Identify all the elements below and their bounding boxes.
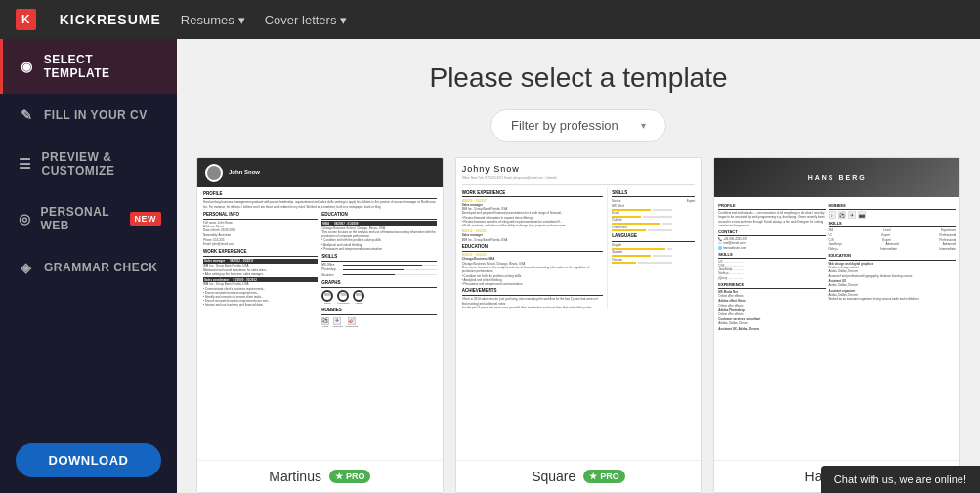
download-section: DOWNLOAD [16, 443, 161, 477]
main-layout: ◉ SELECT TEMPLATE ✎ FILL IN YOUR CV ☰ PR… [0, 39, 980, 493]
chat-bubble[interactable]: Chat with us, we are online! [821, 466, 980, 493]
content-wrapper: Please select a template Filter by profe… [177, 39, 980, 493]
eye-icon: ◈ [19, 260, 34, 275]
list-icon: ☰ [19, 156, 32, 172]
template-preview-hans: HANS BERG PROFILE Confident and enthusia… [714, 158, 959, 460]
page-title: Please select a template [177, 62, 980, 94]
globe-icon: ◎ [19, 211, 31, 226]
circle-icon: ◉ [19, 59, 34, 74]
template-card-martinus[interactable]: John Snow PROFILE Hard working business … [196, 157, 444, 493]
template-footer-martinus: Martinus ★ PRO [197, 460, 443, 492]
template-name: Square [532, 469, 575, 484]
sidebar-item-preview-customize[interactable]: ☰ PREVIEW & CUSTOMIZE [0, 137, 177, 191]
download-button[interactable]: DOWNLOAD [16, 443, 161, 477]
template-name: Martinus [269, 469, 321, 484]
pro-badge: ★ PRO [583, 470, 625, 483]
chevron-down-icon: ▾ [238, 13, 245, 27]
templates-grid: John Snow PROFILE Hard working business … [177, 157, 980, 493]
avatar [205, 164, 223, 182]
template-card-hans[interactable]: HANS BERG PROFILE Confident and enthusia… [713, 157, 960, 493]
top-navigation: K KICKRESUME Resumes ▾ Cover letters ▾ [0, 0, 980, 39]
filter-label: Filter by profession [511, 118, 618, 133]
template-card-square[interactable]: Johny Snow Office: New York, 877-020-567… [455, 157, 703, 493]
nav-resumes[interactable]: Resumes ▾ [181, 13, 245, 27]
logo-k: K [16, 9, 36, 30]
sidebar-item-select-template[interactable]: ◉ SELECT TEMPLATE [0, 39, 177, 94]
sidebar: ◉ SELECT TEMPLATE ✎ FILL IN YOUR CV ☰ PR… [0, 39, 177, 493]
new-badge: NEW [130, 212, 162, 226]
template-footer-square: Square ★ PRO [456, 460, 702, 492]
nav-cover-letters[interactable]: Cover letters ▾ [265, 13, 348, 27]
chevron-down-icon: ▾ [340, 13, 347, 27]
filter-row: Filter by profession ▾ [177, 109, 980, 142]
template-preview-square: Johny Snow Office: New York, 877-020-567… [456, 158, 702, 460]
content-header: Please select a template [177, 39, 980, 109]
logo-text: KICKRESUME [60, 12, 161, 27]
template-preview-martinus: John Snow PROFILE Hard working business … [197, 158, 443, 460]
sidebar-item-personal-web[interactable]: ◎ PERSONAL WEB NEW [0, 191, 177, 246]
filter-profession-dropdown[interactable]: Filter by profession ▾ [490, 109, 666, 142]
pro-badge: ★ PRO [329, 470, 371, 483]
sidebar-item-fill-cv[interactable]: ✎ FILL IN YOUR CV [0, 94, 177, 137]
chevron-down-icon: ▾ [641, 120, 646, 131]
content-area: Please select a template Filter by profe… [177, 39, 980, 493]
edit-icon: ✎ [19, 107, 34, 123]
sidebar-item-grammar-check[interactable]: ◈ GRAMMAR CHECK [0, 246, 177, 289]
